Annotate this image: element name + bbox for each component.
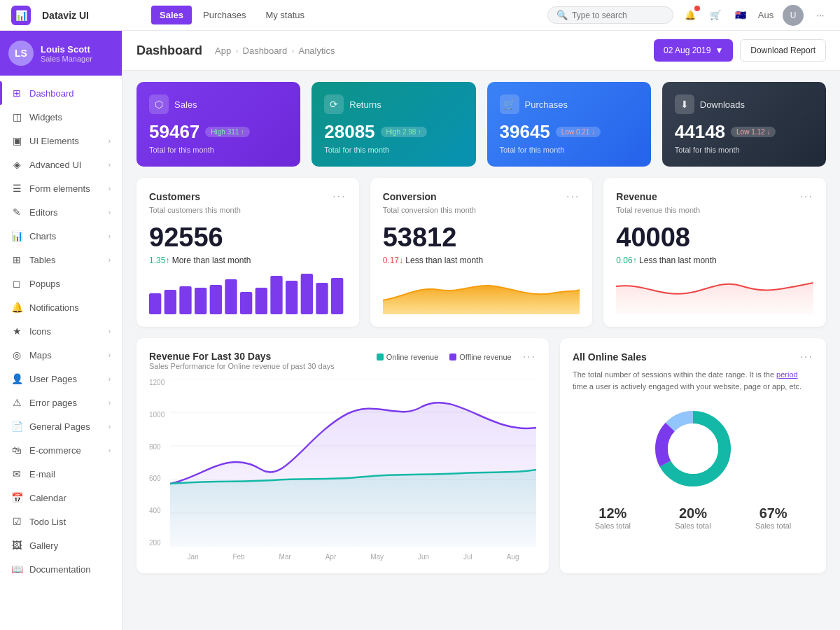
sidebar-item-calendar[interactable]: 📅 Calendar: [0, 486, 122, 510]
content-header: Dashboard App › Dashboard › Analytics 02…: [122, 31, 840, 71]
stat-purchases-label: Purchases: [525, 99, 568, 110]
sidebar-item-todo[interactable]: ☑ Todo List: [0, 510, 122, 533]
conversion-more-icon[interactable]: ···: [566, 190, 580, 203]
sidebar-item-tables[interactable]: ⊞ Tables ›: [0, 248, 122, 272]
svg-rect-12: [331, 278, 343, 314]
date-picker-button[interactable]: 02 Aug 2019 ▼: [654, 39, 733, 62]
offline-legend-dot: [449, 354, 456, 360]
chevron-right-icon: ›: [108, 375, 111, 383]
sidebar-item-advanced-ui[interactable]: ◈ Advanced UI ›: [0, 153, 122, 176]
sidebar-user-role: Sales Manager: [41, 55, 92, 63]
legend-offline: Offline revenue: [449, 353, 511, 361]
sidebar-item-documentation[interactable]: 📖 Documentation: [0, 557, 122, 581]
revenue-chart-title-area: Revenue For Last 30 Days Sales Performan…: [149, 351, 335, 376]
tables-icon: ⊞: [11, 254, 22, 265]
app-logo: Dataviz UI: [42, 10, 140, 21]
sidebar-label-widgets: Widgets: [29, 112, 62, 122]
chevron-right-icon: ›: [108, 209, 111, 216]
widget-customers-header: Customers ···: [149, 190, 346, 203]
chevron-right-icon: ›: [108, 232, 111, 240]
user-avatar[interactable]: U: [783, 5, 804, 26]
cart-icon[interactable]: 🛒: [707, 7, 724, 24]
stat-card-downloads: ⬇ Downloads 44148 Low 1.12 ↓ Total for t…: [662, 82, 826, 167]
chevron-down-icon: ▼: [715, 46, 723, 55]
sidebar-item-popups[interactable]: ◻ Popups: [0, 272, 122, 295]
online-sales-more-icon[interactable]: ···: [800, 351, 813, 363]
sidebar-avatar: LS: [8, 41, 34, 66]
conversion-chart: [383, 272, 580, 314]
sidebar-item-dashboard[interactable]: ⊞ Dashboard: [0, 81, 122, 105]
revenue-more-icon[interactable]: ···: [800, 190, 813, 203]
sidebar-item-email[interactable]: ✉ E-mail: [0, 462, 122, 486]
svg-rect-9: [286, 281, 298, 314]
notifications-icon: 🔔: [11, 302, 22, 313]
dashboard-icon: ⊞: [11, 88, 22, 99]
tab-sales[interactable]: Sales: [151, 6, 192, 24]
stat-card-downloads-header: ⬇ Downloads: [675, 94, 813, 114]
sidebar-label-ecommerce: E-commerce: [29, 445, 81, 456]
sidebar-item-maps[interactable]: ◎ Maps ›: [0, 343, 122, 367]
breadcrumb-sep: ›: [291, 46, 294, 56]
sales-stats: 12% Sales total 20% Sales total 67% Sale…: [573, 505, 813, 530]
sidebar-item-error-pages[interactable]: ⚠ Error pages ›: [0, 391, 122, 414]
widget-conversion-subtitle: Total conversion this month: [383, 206, 580, 214]
customers-more-icon[interactable]: ···: [332, 190, 346, 203]
sidebar-label-maps: Maps: [29, 350, 52, 360]
gallery-icon: 🖼: [11, 540, 22, 551]
sidebar-item-icons[interactable]: ★ Icons ›: [0, 319, 122, 343]
stat-card-returns-header: ⟳ Returns: [324, 94, 463, 114]
purchases-card-icon: 🛒: [500, 94, 519, 114]
chevron-right-icon: ›: [108, 161, 111, 169]
stat-downloads-badge: Low 1.12 ↓: [731, 127, 776, 137]
revenue-chart-more-icon[interactable]: ···: [523, 351, 536, 363]
sidebar-label-tables: Tables: [29, 255, 56, 265]
stat-card-returns: ⟳ Returns 28085 High 2.98 ↑ Total for th…: [312, 82, 475, 167]
sidebar-item-general-pages[interactable]: 📄 General Pages ›: [0, 414, 122, 438]
svg-rect-8: [270, 276, 282, 314]
donut-chart: [648, 403, 738, 494]
tab-my-status[interactable]: My status: [257, 6, 313, 24]
sidebar-label-popups: Popups: [29, 279, 60, 289]
stat-sales-footer: Total for this month: [149, 146, 288, 154]
sidebar-item-charts[interactable]: 📊 Charts ›: [0, 224, 122, 248]
stat-card-sales: ⬡ Sales 59467 High 311 ↑ Total for this …: [136, 82, 300, 167]
docs-icon: 📖: [11, 564, 22, 575]
sidebar-label-user-pages: User Pages: [29, 374, 77, 384]
download-report-button[interactable]: Download Report: [740, 39, 826, 62]
sales-stat-value-2: 20%: [675, 505, 710, 522]
sidebar-item-notifications[interactable]: 🔔 Notifications: [0, 295, 122, 319]
sidebar-item-user-pages[interactable]: 👤 User Pages ›: [0, 367, 122, 391]
stat-downloads-footer: Total for this month: [675, 146, 813, 154]
sidebar-item-form-elements[interactable]: ☰ Form elements ›: [0, 176, 122, 200]
notification-bell-icon[interactable]: 🔔: [682, 7, 699, 24]
sidebar-item-ecommerce[interactable]: 🛍 E-commerce ›: [0, 438, 122, 462]
breadcrumb-analytics: Analytics: [298, 46, 335, 56]
revenue-chart-subtitle: Sales Performance for Online revenue of …: [149, 362, 335, 370]
sales-stat-label-3: Sales total: [755, 522, 791, 530]
online-sales-card: All Online Sales ··· The total number of…: [560, 338, 826, 573]
search-box[interactable]: 🔍: [547, 6, 673, 24]
chevron-right-icon: ›: [108, 328, 111, 335]
main-content: Dashboard App › Dashboard › Analytics 02…: [122, 31, 840, 630]
search-icon: 🔍: [556, 10, 568, 20]
period-link[interactable]: period: [776, 370, 798, 379]
sidebar-user-info: Louis Scott Sales Manager: [41, 44, 92, 63]
sidebar-label-error-pages: Error pages: [29, 398, 77, 408]
sales-stat-value-3: 67%: [755, 505, 791, 522]
search-input[interactable]: [572, 10, 670, 20]
sidebar-items: ⊞ Dashboard ◫ Widgets ▣ UI Elements › ◈ …: [0, 76, 122, 630]
tab-purchases[interactable]: Purchases: [195, 6, 254, 24]
sidebar-label-charts: Charts: [29, 231, 56, 241]
main-layout: LS Louis Scott Sales Manager ⊞ Dashboard…: [0, 31, 840, 630]
ecommerce-icon: 🛍: [11, 444, 22, 456]
sidebar-item-widgets[interactable]: ◫ Widgets: [0, 105, 122, 129]
revenue-chart-controls: Online revenue Offline revenue ···: [377, 351, 536, 363]
more-options-icon[interactable]: ···: [812, 7, 829, 24]
sidebar-item-ui-elements[interactable]: ▣ UI Elements ›: [0, 129, 122, 153]
sidebar-item-editors[interactable]: ✎ Editors ›: [0, 200, 122, 224]
icons-icon: ★: [11, 326, 22, 337]
nav-tabs: Sales Purchases My status: [151, 6, 536, 24]
stat-card-purchases-header: 🛒 Purchases: [500, 94, 638, 114]
sidebar-item-gallery[interactable]: 🖼 Gallery: [0, 533, 122, 557]
svg-rect-1: [164, 290, 176, 314]
